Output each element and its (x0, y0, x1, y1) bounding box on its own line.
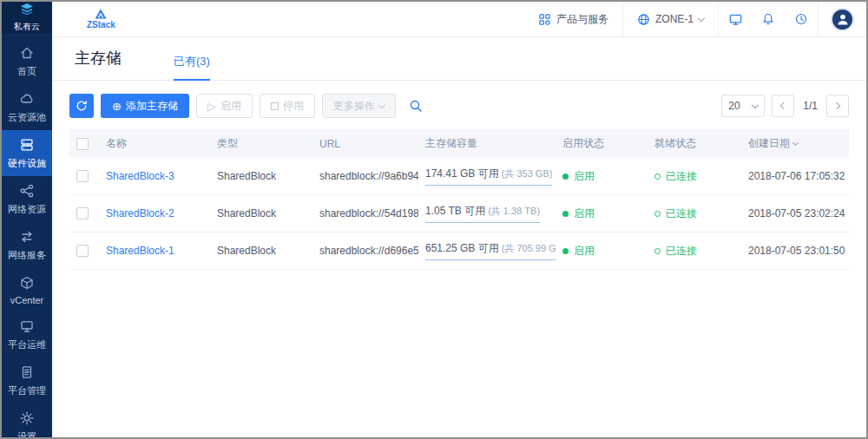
select-all-cell (69, 129, 99, 158)
notifications-button[interactable] (752, 2, 785, 37)
table-row: SharedBlock-2 SharedBlock sharedblock://… (69, 195, 849, 233)
refresh-icon (76, 100, 88, 112)
sidebar-item-label: 设置 (17, 430, 36, 439)
toolbar: ⊕ 添加主存储 ▷ 启用 停用 更多操作 (69, 94, 849, 118)
content: ⊕ 添加主存储 ▷ 启用 停用 更多操作 (52, 81, 866, 437)
zstack-logo: ZStack (87, 9, 115, 29)
products-services-button[interactable]: 产品与服务 (524, 2, 622, 36)
add-primary-storage-label: 添加主存储 (126, 99, 178, 114)
row-checkbox[interactable] (76, 170, 89, 182)
enable-label: 启用 (220, 99, 241, 114)
grid-icon (538, 13, 551, 26)
globe-icon (637, 13, 650, 26)
sidebar-brand-label: 私有云 (14, 21, 40, 33)
chevron-down-icon (378, 101, 385, 108)
page-size-select[interactable]: 20 (721, 95, 765, 117)
settings-icon (19, 410, 35, 428)
page-title: 主存储 (75, 48, 122, 80)
capacity-available: 651.25 GB 可用 (425, 242, 499, 254)
capacity-cell: 651.25 GB 可用(共 705.99 GB) (425, 241, 556, 260)
history-button[interactable] (785, 2, 818, 37)
chevron-down-icon (698, 14, 705, 21)
sidebar-item-label: 网络服务 (8, 249, 46, 262)
row-checkbox[interactable] (76, 245, 89, 257)
storage-type: SharedBlock (210, 233, 312, 270)
status-dot-icon (562, 174, 569, 180)
sidebar-item-label: 平台管理 (8, 384, 46, 397)
row-checkbox[interactable] (76, 207, 89, 220)
vcenter-icon (19, 275, 35, 292)
capacity-total: (共 1.38 TB) (488, 206, 540, 216)
sidebar-item-vcenter[interactable]: vCenter (2, 268, 52, 311)
zone-label: ZONE-1 (655, 13, 694, 25)
play-icon: ▷ (207, 101, 216, 112)
app-window: 私有云 首页 云资源池 硬件设施 网络资源 网络服务 (0, 0, 868, 439)
monitor-icon (728, 12, 743, 27)
storage-name-link[interactable]: SharedBlock-2 (106, 207, 174, 220)
status-ring-icon (654, 211, 661, 217)
main-area: ZStack 产品与服务 ZONE-1 (52, 2, 866, 437)
enable-button[interactable]: ▷ 启用 (196, 94, 253, 118)
primary-storage-table: 名称 类型 URL 主存储容量 启用状态 就绪状态 创建日期 SharedBlo… (69, 129, 849, 270)
topbar: ZStack 产品与服务 ZONE-1 (52, 2, 866, 37)
sidebar-item-label: 网络资源 (8, 203, 46, 216)
bell-icon (761, 12, 775, 26)
sidebar-item-home[interactable]: 首页 (2, 38, 52, 84)
search-button[interactable] (403, 94, 429, 118)
chevron-right-icon (833, 102, 840, 109)
sidebar-item-cloud-pool[interactable]: 云资源池 (2, 84, 52, 130)
hardware-icon (19, 137, 35, 154)
add-primary-storage-button[interactable]: ⊕ 添加主存储 (101, 94, 189, 118)
chevron-left-icon (780, 102, 787, 109)
sidebar-item-label: 硬件设施 (8, 157, 46, 170)
column-header-ready-status: 就绪状态 (648, 129, 741, 158)
enable-status: 启用 (574, 170, 595, 182)
storage-name-link[interactable]: SharedBlock-3 (106, 170, 174, 182)
sidebar-item-platform-ops[interactable]: 平台运维 (2, 311, 52, 357)
disable-button[interactable]: 停用 (260, 94, 315, 118)
tab-existing[interactable]: 已有(3) (174, 54, 210, 81)
select-all-checkbox[interactable] (76, 138, 89, 150)
zstack-logo-icon (94, 9, 108, 20)
more-actions-button[interactable]: 更多操作 (322, 94, 396, 118)
sidebar-item-network-resource[interactable]: 网络资源 (2, 176, 52, 222)
console-button[interactable] (719, 2, 752, 37)
page-size-value: 20 (728, 100, 740, 112)
storage-url: sharedblock://d696e58... (312, 233, 418, 270)
zstack-logo-text: ZStack (87, 21, 115, 29)
column-header-enable-status: 启用状态 (556, 129, 648, 158)
user-avatar[interactable] (831, 8, 854, 31)
sidebar-item-platform-mgmt[interactable]: 平台管理 (2, 357, 52, 403)
storage-name-link[interactable]: SharedBlock-1 (106, 245, 174, 257)
storage-url: sharedblock://9a6b940... (312, 158, 418, 195)
created-date: 2018-07-06 17:05:32 (741, 158, 849, 195)
table-header-row: 名称 类型 URL 主存储容量 启用状态 就绪状态 创建日期 (69, 129, 849, 158)
column-header-url: URL (312, 129, 418, 158)
column-header-type: 类型 (210, 129, 312, 158)
private-cloud-logo-icon (18, 2, 36, 19)
divider (818, 2, 819, 37)
created-date: 2018-07-05 23:02:24 (741, 195, 849, 233)
clock-icon (794, 12, 808, 26)
prev-page-button[interactable] (772, 95, 794, 117)
topbar-right: 产品与服务 ZONE-1 (524, 2, 866, 36)
sidebar-item-settings[interactable]: 设置 (2, 403, 52, 439)
column-header-created[interactable]: 创建日期 (741, 129, 849, 158)
status-dot-icon (562, 248, 569, 254)
home-icon (19, 45, 35, 62)
add-icon: ⊕ (112, 101, 122, 112)
status-dot-icon (562, 211, 569, 217)
sidebar-item-hardware[interactable]: 硬件设施 (2, 130, 52, 176)
sidebar: 私有云 首页 云资源池 硬件设施 网络资源 网络服务 (2, 2, 52, 437)
toolbar-right: 20 1/1 (721, 95, 849, 117)
next-page-button[interactable] (826, 95, 849, 117)
ready-status: 已连接 (666, 170, 697, 182)
sidebar-item-label: 平台运维 (8, 338, 46, 351)
sidebar-item-network-service[interactable]: 网络服务 (2, 222, 52, 268)
zone-selector[interactable]: ZONE-1 (623, 2, 718, 36)
more-actions-label: 更多操作 (333, 99, 375, 114)
capacity-available: 174.41 GB 可用 (425, 167, 499, 180)
refresh-button[interactable] (69, 94, 94, 118)
products-services-label: 产品与服务 (556, 12, 608, 27)
search-icon (409, 99, 423, 113)
